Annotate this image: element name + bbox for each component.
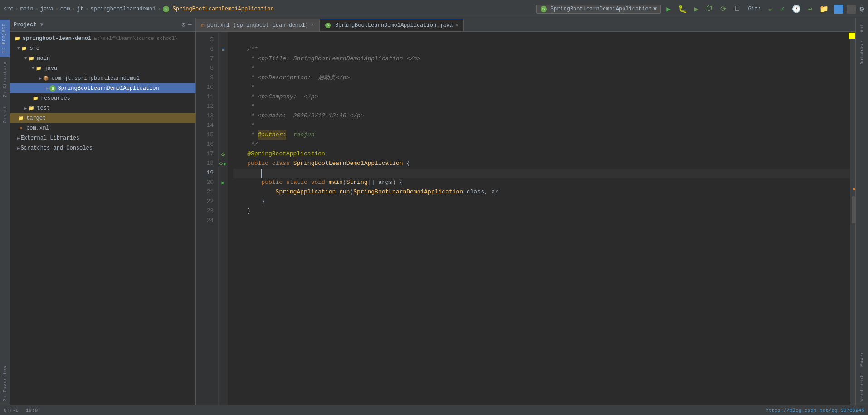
tab-pom-close[interactable]: × — [311, 23, 314, 28]
external-libs-label: External Libraries — [20, 135, 79, 141]
main-content: 1: Project 7: Structure Commit 2: Favori… — [0, 18, 868, 405]
history-button[interactable]: ⟳ — [718, 4, 728, 14]
project-dropdown[interactable]: ▼ — [40, 22, 43, 28]
java-label: java — [44, 65, 57, 72]
tree-src[interactable]: ▼ 📁 src — [10, 43, 195, 53]
java-folder-icon: 📁 — [35, 65, 42, 72]
tree-package[interactable]: ▶ 📦 com.jt.springbootlearndemo1 — [10, 73, 195, 83]
structure-tab[interactable]: 7: Structure — [1, 58, 9, 101]
run-config-selector[interactable]: S SpringBootLearnDemo1Application ▼ — [536, 5, 661, 14]
git-folder-button[interactable]: 📁 — [818, 4, 830, 14]
breadcrumb-main[interactable]: main — [20, 6, 34, 12]
test-label: test — [37, 105, 50, 111]
project-settings-icon[interactable]: ⚙ — [181, 21, 185, 29]
code-line-6: /** — [233, 45, 850, 54]
line-17: 17 — [196, 150, 218, 159]
database-tab[interactable]: Database — [858, 37, 866, 68]
breadcrumb-java[interactable]: java — [40, 6, 54, 12]
line-24: 24 — [196, 216, 218, 226]
project-root[interactable]: 📁 springboot-lean-demo1 E:\self\learn\so… — [10, 34, 195, 43]
git-check-button[interactable]: ✓ — [778, 4, 786, 14]
code-line-16: */ — [233, 140, 850, 150]
tree-java[interactable]: ▼ 📁 java — [10, 63, 195, 73]
project-header-icons: ⚙ — — [181, 21, 192, 29]
git-clock-button[interactable]: 🕐 — [790, 4, 803, 14]
gutter-19 — [219, 169, 228, 178]
code-line-8: * — [233, 64, 850, 73]
gutter-22 — [219, 197, 228, 207]
maven-tab[interactable]: Maven — [858, 348, 866, 370]
profile-button[interactable]: ⏱ — [704, 4, 715, 14]
code-line-5 — [233, 35, 850, 45]
line-21: 21 — [196, 188, 218, 197]
code-line-14: * — [233, 121, 850, 130]
gutter-17[interactable]: ⚙ — [219, 150, 228, 159]
tab-java[interactable]: S SpringBootLearnDemo1Application.java × — [320, 19, 464, 31]
expand-arrow-main: ▼ — [24, 56, 27, 61]
layout-button[interactable] — [847, 5, 856, 14]
cursor-caret — [261, 169, 266, 178]
run-config-label: SpringBootLearnDemo1Application — [551, 6, 652, 12]
settings-button[interactable]: ⚙ — [859, 4, 864, 14]
csdn-link[interactable]: https://blog.csdn.net/qq_36706945 — [766, 408, 864, 413]
line-13: 13 — [196, 111, 218, 121]
breadcrumb-jt[interactable]: jt — [77, 6, 83, 12]
code-line-13: * <p>date: 2020/9/12 12:46 </p> — [233, 111, 850, 121]
remote-button[interactable]: 🖥 — [731, 4, 742, 14]
line-10: 10 — [196, 83, 218, 92]
tree-scratches[interactable]: ▶ Scratches and Consoles — [10, 143, 195, 153]
main-folder-icon: 📁 — [28, 55, 35, 62]
package-folder-icon: 📦 — [42, 75, 49, 82]
scratches-label: Scratches and Consoles — [20, 145, 92, 151]
scroll-thumb[interactable] — [852, 196, 855, 223]
folder-icon: 📁 — [14, 35, 21, 42]
gutter-20[interactable]: ▶ — [219, 178, 228, 188]
line-col: 19:9 — [26, 408, 38, 413]
debug-button[interactable]: 🐛 — [676, 4, 689, 14]
project-tree: 📁 springboot-lean-demo1 E:\self\learn\so… — [10, 32, 195, 405]
spring-gutter-17: ⚙ — [221, 150, 225, 158]
tree-target[interactable]: 📁 target — [10, 113, 195, 123]
code-editor[interactable]: /** * <p>Title: SpringBootLearnDemo1Appl… — [228, 32, 850, 405]
git-undo-button[interactable]: ↩ — [806, 4, 814, 14]
resources-label: resources — [41, 95, 70, 101]
git-edit-button[interactable]: ✏ — [766, 4, 775, 14]
tree-main[interactable]: ▼ 📁 main — [10, 53, 195, 63]
line-22: 22 — [196, 197, 218, 207]
expand-arrow-scratches: ▶ — [17, 146, 20, 151]
breadcrumb-src[interactable]: src — [4, 6, 14, 12]
tree-test[interactable]: ▶ 📁 test — [10, 103, 195, 113]
code-line-24 — [233, 216, 850, 226]
project-tab[interactable]: 1: Project — [0, 20, 10, 57]
project-title: Project — [14, 22, 36, 28]
word-book-tab[interactable]: Word book — [858, 371, 866, 405]
scroll-indicator[interactable] — [850, 32, 855, 405]
tree-resources[interactable]: 📁 resources — [10, 93, 195, 103]
project-collapse-icon[interactable]: — — [188, 21, 192, 29]
run-config-dropdown-icon[interactable]: ▼ — [653, 6, 657, 12]
run-button[interactable]: ▶ — [664, 4, 673, 14]
breadcrumb-com[interactable]: com — [60, 6, 70, 12]
project-root-label: springboot-lean-demo1 — [23, 35, 91, 42]
coverage-button[interactable]: ▶ — [692, 4, 701, 14]
gutter-15 — [219, 130, 228, 140]
expand-arrow-class: ▶ — [46, 86, 49, 91]
tab-pom[interactable]: m pom.xml (springboot-lean-demo1) × — [196, 19, 320, 31]
breadcrumb: src › main › java › com › jt › springboo… — [4, 6, 274, 12]
line-15: 15 — [196, 130, 218, 140]
tree-pom[interactable]: m pom.xml — [10, 123, 195, 133]
commit-tab[interactable]: Commit — [1, 102, 9, 127]
avatar[interactable] — [834, 5, 843, 14]
breadcrumb-class[interactable]: SpringBootLearnDemo1Application — [173, 6, 274, 12]
gutter-18[interactable]: ⚙ ▶ — [219, 159, 228, 169]
line-5: 5 — [196, 35, 218, 45]
ant-tab[interactable]: Ant — [858, 20, 866, 36]
breadcrumb-demo[interactable]: springbootlearndemo1 — [90, 6, 156, 12]
tree-main-class[interactable]: ▶ S SpringBootLearnDemo1Application — [10, 83, 195, 93]
code-line-9: * <p>Description: 启动类</p> — [233, 73, 850, 83]
code-line-20: public static void main(String[] args) { — [233, 178, 850, 188]
tab-java-close[interactable]: × — [455, 23, 458, 28]
favorites-tab[interactable]: 2: Favorites — [1, 362, 9, 405]
gutter-7 — [219, 54, 228, 64]
tree-external-libs[interactable]: ▶ External Libraries — [10, 133, 195, 143]
